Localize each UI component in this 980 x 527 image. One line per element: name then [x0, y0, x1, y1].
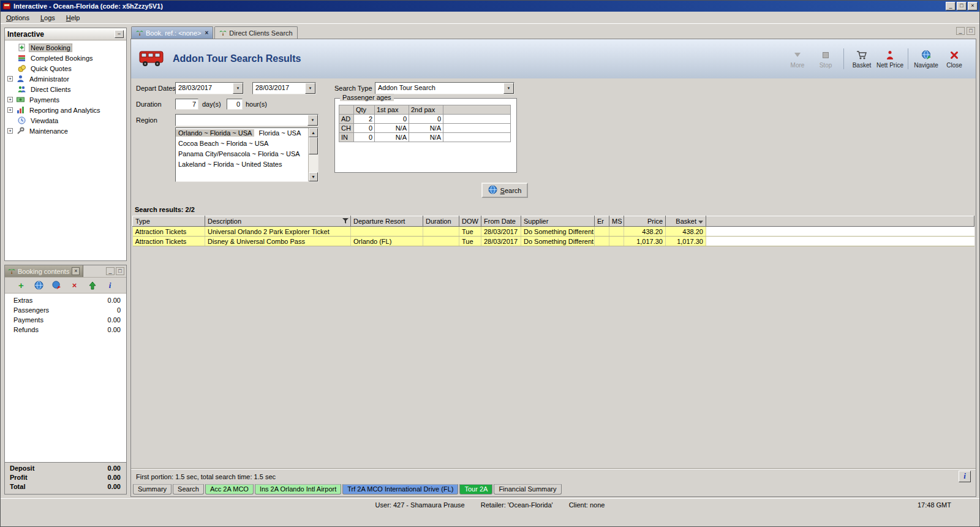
tab-ins-2a-orlando[interactable]: Ins 2A Orlando Intl Airport	[255, 484, 341, 495]
menu-help[interactable]: Help	[61, 13, 86, 23]
nett-price-icon	[886, 50, 894, 61]
region-listbox[interactable]: Orlando ~ Florida ~ USA Florida ~ USA Co…	[175, 127, 318, 182]
menu-options[interactable]: Options	[1, 13, 35, 23]
tab-trf-2a-mco[interactable]: Trf 2A MCO International Drive (FL)	[342, 484, 458, 495]
info-button[interactable]: i	[959, 471, 971, 482]
close-icon[interactable]: ×	[968, 2, 978, 10]
tab-acc-2a-mco[interactable]: Acc 2A MCO	[205, 484, 254, 495]
infant-pax1-cell[interactable]: N/A	[375, 133, 409, 142]
booking-contents-titlebar: Booking contents × _ □	[5, 265, 126, 278]
expand-icon[interactable]: +	[7, 128, 13, 134]
tab-summary[interactable]: Summary	[133, 484, 172, 495]
minimize-icon[interactable]: _	[956, 27, 965, 35]
minimize-icon[interactable]: _	[106, 267, 115, 275]
expand-icon[interactable]: +	[7, 76, 13, 82]
sidebar-item-completed-bookings[interactable]: Completed Bookings	[5, 53, 126, 63]
sidebar-item-reporting-and-analytics[interactable]: + Reporting and Analytics	[5, 105, 126, 115]
column-header-basket[interactable]: Basket	[666, 216, 706, 227]
scrollbar-thumb[interactable]	[309, 137, 318, 154]
chevron-down-icon[interactable]: ▼	[305, 83, 315, 94]
adult-qty-cell[interactable]: 2	[354, 115, 375, 124]
column-header-from-date[interactable]: From Date	[481, 216, 521, 227]
depart-date-from-combo[interactable]: 28/03/2017 ▼	[175, 82, 244, 94]
nett-price-button[interactable]: Nett Price	[876, 50, 904, 69]
list-item[interactable]: Passengers 0	[5, 306, 126, 316]
filter-icon[interactable]	[342, 218, 349, 226]
search-button[interactable]: Search	[481, 183, 528, 198]
close-icon[interactable]: ×	[72, 267, 80, 275]
search-type-combo[interactable]: Addon Tour Search ▼	[375, 82, 514, 94]
minimize-icon[interactable]: _	[946, 2, 956, 10]
tab-direct-clients-search[interactable]: Direct Clients Search	[214, 26, 297, 39]
duration-hours-input[interactable]	[227, 99, 243, 110]
close-icon[interactable]: ×	[205, 29, 209, 36]
sidebar-item-direct-clients[interactable]: Direct Clients	[5, 84, 126, 94]
region-option[interactable]: Panama City/Pensacola ~ Florida ~ USA	[176, 150, 303, 157]
column-header-type[interactable]: Type	[133, 216, 205, 227]
expand-icon[interactable]: +	[7, 107, 13, 113]
child-qty-cell[interactable]: 0	[354, 124, 375, 133]
infant-pax2-cell[interactable]: N/A	[409, 133, 443, 142]
column-header-ms[interactable]: MS	[609, 216, 624, 227]
region-option[interactable]: Cocoa Beach ~ Florida ~ USA	[176, 140, 271, 147]
adult-pax1-cell[interactable]: 0	[375, 115, 409, 124]
tab-booking-ref[interactable]: Book. ref.: <none> ×	[131, 26, 213, 39]
column-header-er[interactable]: Er	[595, 216, 609, 227]
tab-tour-2a[interactable]: Tour 2A	[459, 484, 492, 495]
sidebar-item-new-booking[interactable]: New Booking	[5, 42, 126, 53]
region-option[interactable]: Orlando ~ Florida ~ USA	[176, 129, 254, 137]
scroll-up-icon[interactable]: ▲	[309, 128, 318, 137]
result-row[interactable]: Attraction Tickets Disney & Universal Co…	[133, 237, 974, 246]
tab-financial-summary[interactable]: Financial Summary	[494, 484, 561, 495]
child-pax1-cell[interactable]: N/A	[375, 124, 409, 133]
info-icon[interactable]: i	[105, 281, 115, 290]
tab-search[interactable]: Search	[173, 484, 204, 495]
region-option[interactable]: Lakeland ~ Florida ~ United States	[176, 161, 284, 168]
adult-pax2-cell[interactable]: 0	[409, 115, 443, 124]
pax1-column-header: 1st pax	[375, 105, 409, 115]
restore-icon[interactable]: □	[116, 267, 124, 275]
sidebar-item-maintenance[interactable]: + Maintenance	[5, 126, 126, 136]
restore-icon[interactable]: □	[967, 27, 975, 35]
chevron-down-icon[interactable]: ▼	[503, 83, 514, 94]
basket-button[interactable]: Basket	[848, 50, 876, 69]
list-item[interactable]: Payments 0.00	[5, 316, 126, 325]
scroll-down-icon[interactable]: ▼	[309, 172, 318, 181]
column-header-description[interactable]: Description	[205, 216, 351, 227]
menu-logs[interactable]: Logs	[35, 13, 61, 23]
sidebar-item-quick-quotes[interactable]: Quick Quotes	[5, 63, 126, 74]
close-page-button[interactable]: Close	[940, 50, 968, 69]
world-transfer-icon[interactable]	[52, 281, 62, 290]
close-icon	[950, 50, 959, 61]
column-header-departure-resort[interactable]: Departure Resort	[351, 216, 423, 227]
move-up-icon[interactable]	[88, 281, 97, 290]
child-pax2-cell[interactable]: N/A	[409, 124, 443, 133]
column-header-price[interactable]: Price	[624, 216, 666, 227]
sidebar-item-payments[interactable]: + Payments	[5, 94, 126, 105]
region-option[interactable]: Florida ~ USA	[257, 129, 304, 137]
maintenance-icon	[17, 127, 24, 135]
expand-icon[interactable]: +	[7, 97, 13, 102]
region-combo[interactable]: ▼	[175, 114, 318, 126]
depart-date-to-combo[interactable]: 28/03/2017 ▼	[252, 82, 316, 94]
sidebar-item-administrator[interactable]: + Administrator	[5, 74, 126, 84]
navigate-button[interactable]: Navigate	[912, 50, 940, 69]
panel-collapse-icon[interactable]: −	[115, 30, 124, 38]
column-header-dow[interactable]: DOW	[459, 216, 481, 227]
scrollbar[interactable]: ▲ ▼	[308, 128, 318, 181]
infant-qty-cell[interactable]: 0	[354, 133, 375, 142]
column-header-duration[interactable]: Duration	[423, 216, 459, 227]
chevron-down-icon[interactable]: ▼	[307, 115, 318, 126]
list-item[interactable]: Refunds 0.00	[5, 325, 126, 335]
maximize-icon[interactable]: □	[957, 2, 967, 10]
sidebar-item-viewdata[interactable]: Viewdata	[5, 115, 126, 126]
duration-days-input[interactable]	[175, 99, 198, 110]
delete-icon[interactable]: ×	[70, 281, 80, 290]
chevron-down-icon[interactable]: ▼	[233, 83, 243, 94]
list-item[interactable]: Extras 0.00	[5, 296, 126, 306]
world-icon[interactable]	[34, 281, 44, 290]
column-header-supplier[interactable]: Supplier	[521, 216, 595, 227]
booking-contents-tab[interactable]: Booking contents ×	[5, 265, 83, 277]
result-row[interactable]: Attraction Tickets Universal Orlando 2 P…	[133, 227, 974, 237]
add-icon[interactable]: +	[17, 281, 26, 290]
